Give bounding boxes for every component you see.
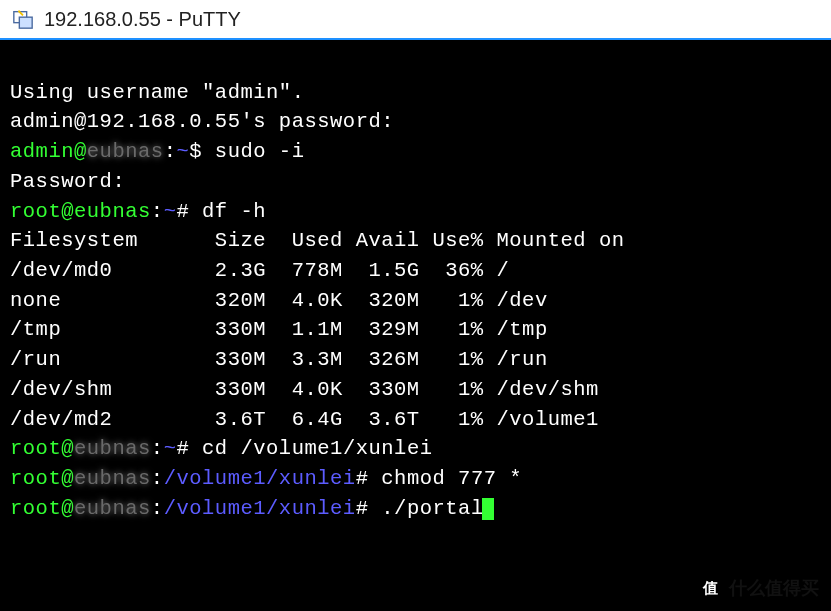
prompt-line: root@eubnas:~# cd /volume1/xunlei bbox=[10, 437, 433, 460]
password-prompt: admin@192.168.0.55's password: bbox=[10, 110, 394, 133]
terminal-area[interactable]: Using username "admin". admin@192.168.0.… bbox=[0, 40, 831, 611]
login-line: Using username "admin". bbox=[10, 81, 304, 104]
df-header: Filesystem Size Used Avail Use% Mounted … bbox=[10, 229, 625, 252]
password-line: Password: bbox=[10, 170, 125, 193]
prompt-line: root@eubnas:~# df -h bbox=[10, 200, 266, 223]
df-row: /tmp 330M 1.1M 329M 1% /tmp bbox=[10, 318, 548, 341]
cursor bbox=[482, 498, 494, 520]
df-row: /dev/md2 3.6T 6.4G 3.6T 1% /volume1 bbox=[10, 408, 599, 431]
df-row: /dev/md0 2.3G 778M 1.5G 36% / bbox=[10, 259, 509, 282]
putty-icon bbox=[12, 8, 34, 30]
svg-rect-1 bbox=[19, 17, 32, 28]
title-bar[interactable]: 192.168.0.55 - PuTTY bbox=[0, 0, 831, 40]
prompt-line: admin@eubnas:~$ sudo -i bbox=[10, 140, 304, 163]
watermark-badge: 值 bbox=[697, 575, 723, 601]
watermark: 值 什么值得买 bbox=[697, 575, 819, 601]
window-title: 192.168.0.55 - PuTTY bbox=[44, 8, 241, 31]
df-row: /run 330M 3.3M 326M 1% /run bbox=[10, 348, 548, 371]
prompt-line: root@eubnas:/volume1/xunlei# chmod 777 * bbox=[10, 467, 522, 490]
watermark-text: 什么值得买 bbox=[729, 576, 819, 600]
df-row: none 320M 4.0K 320M 1% /dev bbox=[10, 289, 548, 312]
prompt-line: root@eubnas:/volume1/xunlei# ./portal bbox=[10, 497, 494, 520]
df-row: /dev/shm 330M 4.0K 330M 1% /dev/shm bbox=[10, 378, 599, 401]
